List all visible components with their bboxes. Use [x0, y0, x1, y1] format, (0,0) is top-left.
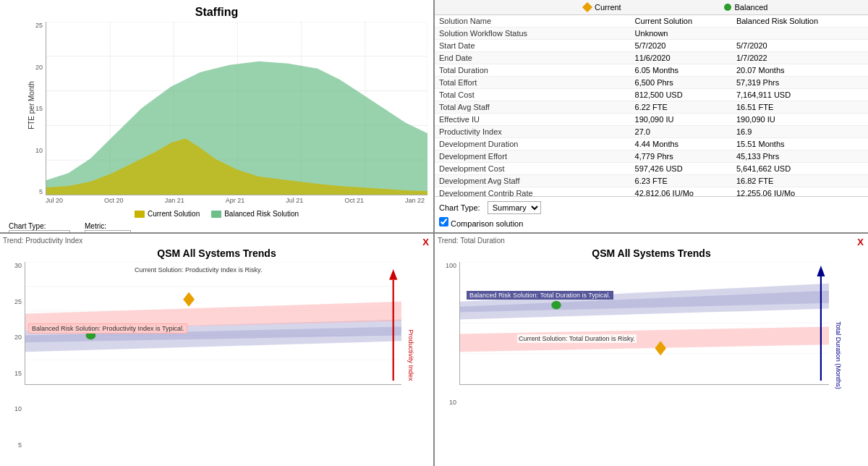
row-balanced: 16.82 FTE — [732, 175, 868, 187]
row-current: 6.22 FTE — [631, 101, 732, 114]
row-label: Development Contrib Rate — [435, 187, 631, 197]
table-row: Total Cost 812,500 USD 7,164,911 USD — [435, 89, 868, 101]
balanced-annotation: Balanced Risk Solution: Productivity Ind… — [28, 323, 187, 334]
duration-balanced-annotation: Balanced Risk Solution: Total Duration i… — [467, 291, 613, 300]
row-balanced: 45,133 Phrs — [732, 151, 868, 163]
row-current: 812,500 USD — [631, 89, 732, 101]
metric-group: Metric: Staffing — [85, 222, 131, 232]
table-row: Development Contrib Rate 42,812.06 IU/Mo… — [435, 187, 868, 197]
legend-current-label: Current Solution — [148, 210, 200, 218]
summary-controls: Chart Type: Summary Comparison solution — [435, 196, 868, 232]
summary-comparison-checkbox[interactable] — [439, 217, 448, 226]
row-label: Total Effort — [435, 77, 631, 89]
current-point — [183, 292, 195, 307]
row-balanced: 5,641,662 USD — [732, 163, 868, 175]
current-annotation: Current Solution: Productivity Index is … — [133, 266, 263, 274]
legend-balanced: Balanced Risk Solution — [211, 210, 299, 218]
row-balanced: 12,255.06 IU/Mo — [732, 187, 868, 197]
row-label: Start Date — [435, 40, 631, 52]
row-current: Unknown — [631, 27, 732, 40]
table-row: Solution Name Current Solution Balanced … — [435, 15, 868, 27]
table-row: Development Avg Staff 6.23 FTE 16.82 FTE — [435, 175, 868, 187]
row-current: 27.0 — [631, 126, 732, 138]
row-current: 5/7/2020 — [631, 40, 732, 52]
row-balanced: 16.51 FTE — [732, 101, 868, 114]
metric-label: Metric: — [85, 222, 131, 230]
table-row: Solution Workflow Status Unknown — [435, 27, 868, 40]
trend-productivity-title: Trend: Productivity Index — [3, 237, 430, 245]
trend-duration-panel: Trend: Total Duration X QSM All Systems … — [435, 234, 868, 466]
duration-arrow-up — [817, 266, 825, 276]
summary-table-container[interactable]: Solution Name Current Solution Balanced … — [435, 15, 868, 196]
row-label: Development Duration — [435, 138, 631, 151]
row-balanced: 57,319 Phrs — [732, 77, 868, 89]
legend-balanced-box — [211, 211, 221, 218]
balanced-header: Balanced — [724, 3, 864, 12]
trend-productivity-panel: Trend: Productivity Index X QSM All Syst… — [0, 234, 433, 466]
row-label: Total Duration — [435, 64, 631, 77]
summary-panel: Current Balanced Solution Name Current S… — [435, 0, 868, 232]
row-label: End Date — [435, 52, 631, 64]
staffing-chart — [46, 22, 427, 195]
duration-balanced-point — [551, 301, 561, 310]
staffing-panel: Staffing FTE per Month 25 20 15 10 5 — [0, 0, 433, 232]
table-row: End Date 11/6/2020 1/7/2022 — [435, 52, 868, 64]
legend-current: Current Solution — [135, 210, 200, 218]
summary-chart-type-label: Chart Type: — [439, 203, 480, 212]
staffing-title: Staffing — [6, 6, 427, 19]
duration-chart-svg — [459, 262, 829, 385]
row-current: 6.23 FTE — [631, 175, 732, 187]
row-current: 597,426 USD — [631, 163, 732, 175]
current-header: Current — [584, 3, 724, 12]
row-label: Development Effort — [435, 151, 631, 163]
main-grid: Staffing FTE per Month 25 20 15 10 5 — [0, 0, 868, 466]
summary-table: Solution Name Current Solution Balanced … — [435, 15, 868, 196]
row-label: Solution Workflow Status — [435, 27, 631, 40]
row-label: Total Avg Staff — [435, 101, 631, 114]
row-balanced: 5/7/2020 — [732, 40, 868, 52]
current-diamond-icon — [582, 2, 592, 12]
row-label: Productivity Index — [435, 126, 631, 138]
row-label: Development Cost — [435, 163, 631, 175]
duration-risky-band — [460, 326, 829, 352]
productivity-y-axis-label: Productivity Index — [407, 329, 414, 381]
chart-type-select[interactable]: Time Series — [9, 230, 70, 232]
legend-balanced-label: Balanced Risk Solution — [224, 210, 299, 218]
close-productivity-btn[interactable]: X — [422, 237, 429, 247]
arrow-up — [389, 269, 397, 280]
staffing-legend: Current Solution Balanced Risk Solution — [6, 210, 427, 218]
row-label: Solution Name — [435, 15, 631, 27]
duration-y-axis-label: Total Duration (Months) — [835, 321, 842, 389]
row-current: 6.05 Months — [631, 64, 732, 77]
row-balanced: 16.9 — [732, 126, 868, 138]
table-row: Total Effort 6,500 Phrs 57,319 Phrs — [435, 77, 868, 89]
table-row: Development Duration 4.44 Months 15.51 M… — [435, 138, 868, 151]
chart-type-group: Chart Type: Time Series — [9, 222, 70, 232]
row-current: Current Solution — [631, 15, 732, 27]
row-label: Effective IU — [435, 114, 631, 126]
table-row: Development Cost 597,426 USD 5,641,662 U… — [435, 163, 868, 175]
row-balanced — [732, 27, 868, 40]
row-balanced: 7,164,911 USD — [732, 89, 868, 101]
row-balanced: 15.51 Months — [732, 138, 868, 151]
row-current: 4,779 Phrs — [631, 151, 732, 163]
table-row: Total Avg Staff 6.22 FTE 16.51 FTE — [435, 101, 868, 114]
close-duration-btn[interactable]: X — [857, 237, 864, 247]
row-current: 4.44 Months — [631, 138, 732, 151]
legend-current-box — [135, 211, 145, 218]
table-row: Effective IU 190,090 IU 190,090 IU — [435, 114, 868, 126]
summary-comparison-label[interactable]: Comparison solution — [439, 219, 523, 228]
row-label: Development Avg Staff — [435, 175, 631, 187]
row-label: Total Cost — [435, 89, 631, 101]
row-balanced: 190,090 IU — [732, 114, 868, 126]
row-balanced: Balanced Risk Solution — [732, 15, 868, 27]
table-row: Total Duration 6.05 Months 20.07 Months — [435, 64, 868, 77]
row-balanced: 20.07 Months — [732, 64, 868, 77]
summary-chart-type-select[interactable]: Summary — [488, 201, 541, 214]
row-balanced: 1/7/2022 — [732, 52, 868, 64]
table-row: Start Date 5/7/2020 5/7/2020 — [435, 40, 868, 52]
trend-productivity-chart-title: QSM All Systems Trends — [3, 247, 430, 259]
chart-type-label: Chart Type: — [9, 222, 70, 230]
metric-select[interactable]: Staffing — [85, 230, 131, 232]
row-current: 6,500 Phrs — [631, 77, 732, 89]
